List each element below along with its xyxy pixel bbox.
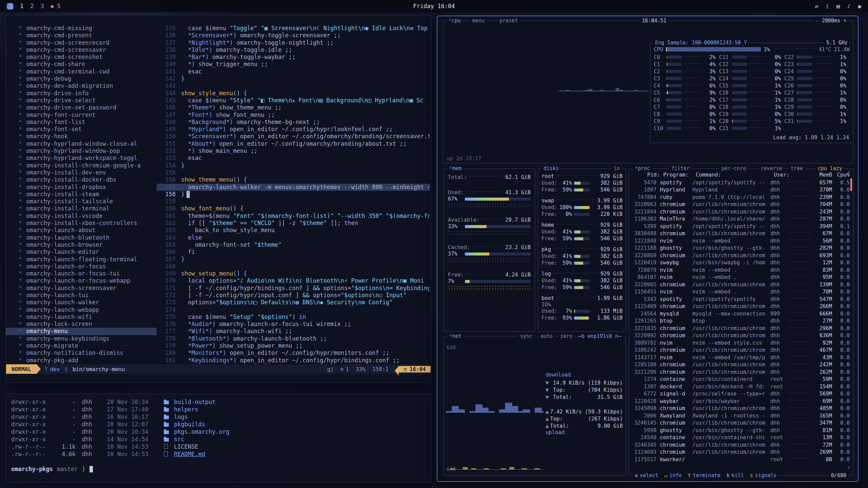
- code-line[interactable]: 140 *) show_trigger_menu ;;: [157, 61, 430, 68]
- code-line[interactable]: 181 *Keybindings*) open_in_editor ~/.con…: [157, 357, 430, 364]
- volume-icon[interactable]: ♪: [847, 3, 851, 9]
- file-list-item[interactable]: *omarchy-launch-screensaver: [6, 285, 157, 292]
- process-table[interactable]: 5470 spotify /opt/spotify/spotify -- dhh…: [629, 179, 853, 464]
- file-list-item[interactable]: *omarchy-cmd-terminal-cwd: [6, 68, 157, 75]
- file-list-item[interactable]: *omarchy-pkg-add: [6, 357, 157, 364]
- code-line[interactable]: 152 *) show_main_menu ;;: [157, 147, 430, 155]
- process-row[interactable]: 24564 mysqld mysqld --max-connection 999…: [629, 310, 853, 318]
- code-line[interactable]: 157 omarchy-launch-walker -m menus:omarc…: [157, 184, 430, 191]
- code-line[interactable]: 138 *Idle*) omarchy-toggle-idle ;;: [157, 46, 430, 54]
- file-list-item[interactable]: *omarchy-launch-walker: [6, 299, 157, 306]
- file-list-item[interactable]: *omarchy-install-tailscale: [6, 198, 157, 205]
- file-list-item[interactable]: *omarchy-font-current: [6, 111, 157, 119]
- code-line[interactable]: 171 [ -f ~/.config/hypr/bindings.conf ] …: [157, 285, 430, 292]
- process-row[interactable]: 1274 containe /usr/bin/containerd root 5…: [629, 376, 853, 383]
- memory-column-header[interactable]: MemB: [813, 172, 832, 178]
- cpu-panel-tab[interactable]: ¹cpu: [447, 17, 463, 24]
- process-row[interactable]: 1175517 kworker/ root 0B 0.0: [629, 456, 853, 463]
- file-list-item[interactable]: *omarchy-launch-editor: [6, 248, 157, 256]
- process-row[interactable]: 5998 ghostty /usr/bin/ghostty --gtk- dhh…: [629, 427, 853, 434]
- process-row[interactable]: 6772 signal-d /proc/self/exe --type=r dh…: [629, 390, 853, 398]
- file-list-item[interactable]: *omarchy-install-steam: [6, 191, 157, 198]
- code-line[interactable]: 162 if [[ "$theme" == "CNCLD" || -z "$th…: [157, 220, 430, 227]
- process-row[interactable]: 1143717 nvim nvim --embed /var/tmp/p dhh…: [629, 354, 853, 361]
- process-row[interactable]: 3830408 chromium /usr/lib/chromium/chrom…: [629, 230, 853, 238]
- process-row[interactable]: 1897 Hyprland Hyprland dhh 370M 0.0: [629, 186, 853, 194]
- code-line[interactable]: 177 *Wifi*) omarchy-launch-wifi ;;: [157, 328, 430, 335]
- process-row[interactable]: 1220419 swaybg /usr/bin/swaybg -i /hom d…: [629, 259, 853, 267]
- process-row[interactable]: 3246345 chromium /usr/lib/chromium/chrom…: [629, 441, 853, 449]
- code-line[interactable]: 158}: [157, 191, 430, 198]
- workspace-count[interactable]: 5: [57, 3, 60, 9]
- file-list-item[interactable]: *omarchy-drive-set-password: [6, 104, 157, 111]
- file-list-item[interactable]: *omarchy-font-set: [6, 126, 157, 133]
- process-row[interactable]: 3221044 chromium /usr/lib/chromium/chrom…: [629, 208, 853, 216]
- process-row[interactable]: 3386242 chromium /usr/lib/chromium/chrom…: [629, 347, 853, 354]
- process-row[interactable]: 3220992 chromium /usr/lib/chromium/chrom…: [629, 332, 853, 340]
- workspace-button[interactable]: 2: [30, 3, 34, 9]
- process-row[interactable]: 5470 spotify /opt/spotify/spotify -- dhh…: [629, 179, 853, 186]
- code-line[interactable]: 178 *Bluetooth*) omarchy-launch-bluetoot…: [157, 335, 430, 342]
- file-list-item[interactable]: *omarchy-debug: [6, 75, 157, 82]
- io-toggle-button[interactable]: io: [612, 165, 622, 172]
- code-line[interactable]: 145 case $(menu "Style" "◧ Theme\nᴀ Font…: [157, 97, 430, 104]
- code-line[interactable]: 169show_setup_menu() {: [157, 270, 430, 277]
- net-interface-selector[interactable]: ←b enp191s0 n→: [576, 333, 623, 340]
- file-list-item[interactable]: *omarchy-font-list: [6, 119, 157, 126]
- file-list-item[interactable]: *omarchy-hook: [6, 133, 157, 140]
- process-row[interactable]: 1291265 btop btop dhh 27M 0.0: [629, 318, 853, 325]
- code-line[interactable]: 149 *Hyprland*) open_in_editor ~/.config…: [157, 126, 430, 133]
- process-row[interactable]: 1125409 chromium /usr/lib/chromium/chrom…: [629, 303, 853, 310]
- file-list-item[interactable]: *omarchy-launch-webapp: [6, 306, 157, 313]
- file-list-item[interactable]: *omarchy-lock-screen: [6, 321, 157, 328]
- file-list-item[interactable]: *omarchy-drive-select: [6, 97, 157, 104]
- code-line[interactable]: 147 *Font*) show_font_menu ;;: [157, 111, 430, 119]
- shell-prompt[interactable]: omarchy-pkgs master ): [11, 465, 426, 473]
- code-line[interactable]: 168: [157, 263, 430, 270]
- file-list-item[interactable]: *omarchy-launch-bluetooth: [6, 234, 157, 241]
- file-list-item[interactable]: *omarchy-notification-dismiss: [6, 349, 157, 357]
- file-list-item[interactable]: *omarchy-cmd-screenrecord: [6, 39, 157, 46]
- code-line[interactable]: 150 *Screensaver*) open_in_editor ~/.con…: [157, 133, 430, 140]
- file-list-item[interactable]: *omarchy-install-docker-dbs: [6, 176, 157, 183]
- code-line[interactable]: 144show_style_menu() {: [157, 90, 430, 97]
- process-row[interactable]: 1186302 MainThre /home/dhh/.local/share/…: [629, 216, 853, 223]
- program-column-header[interactable]: Program:: [663, 172, 696, 178]
- scroll-down-indicator[interactable]: ↓: [848, 464, 850, 470]
- process-row[interactable]: 2006 Xwayland Xwayland :1 -rootless - dh…: [629, 412, 853, 420]
- file-list-item[interactable]: *omarchy-launch-or-focus-webapp: [6, 277, 157, 284]
- file-list-item[interactable]: *omarchy-launch-browser: [6, 241, 157, 248]
- process-row[interactable]: 1156451 nvim nvim --embed . dhh 70M 0.0: [629, 288, 853, 296]
- process-row[interactable]: 1221848 nvim nvim --embed dhh 56M 0.0: [629, 237, 853, 245]
- process-row[interactable]: 3220963 chromium /usr/lib/chromium/chrom…: [629, 201, 853, 208]
- file-list-item[interactable]: *omarchy-cmd-missing: [6, 25, 157, 32]
- arrows-icon[interactable]: ⇄: [815, 3, 818, 9]
- file-list-item[interactable]: *omarchy-menu: [6, 328, 157, 335]
- code-line[interactable]: 153 esac: [157, 155, 430, 162]
- code-line[interactable]: 148 *Background*) omarchy-theme-bg-next …: [157, 119, 430, 126]
- file-list-item[interactable]: *omarchy-install-chromium-google-a: [6, 162, 157, 169]
- file-list-item[interactable]: *omarchy-install-xbox-controllers: [6, 220, 157, 227]
- code-line[interactable]: 174: [157, 306, 430, 313]
- process-action-button[interactable]: k kill: [727, 472, 744, 479]
- process-row[interactable]: 24540 containe /usr/bin/containerd-shi r…: [629, 434, 853, 442]
- code-line[interactable]: 170 local options="♪ Audio\n≋ Wifi\nᛒ Bl…: [157, 277, 430, 284]
- process-action-button[interactable]: t terminate: [688, 472, 720, 479]
- code-line[interactable]: 167}: [157, 256, 430, 263]
- power-icon[interactable]: ◉: [858, 3, 861, 9]
- process-scrollbar-thumb[interactable]: [850, 178, 852, 191]
- code-line[interactable]: 151 *About*) open_in_editor ~/.config/om…: [157, 140, 430, 147]
- code-line[interactable]: 139 *Bar*) omarchy-toggle-waybar ;;: [157, 54, 430, 61]
- file-list-item[interactable]: *omarchy-cmd-screensaver: [6, 46, 157, 54]
- scroll-up-indicator[interactable]: ↑: [848, 169, 850, 175]
- process-row[interactable]: 747804 ruby puma 7.1.0 (tcp://local dhh …: [629, 194, 853, 201]
- network-panel-tab[interactable]: ³net: [447, 333, 463, 340]
- sort-mode-label[interactable]: cpu lazy: [816, 165, 844, 172]
- disks-panel-tab[interactable]: disks: [541, 165, 561, 172]
- cpu-column-header[interactable]: Cpu%: [832, 172, 850, 178]
- code-line[interactable]: 163 back_to show_style_menu: [157, 227, 430, 234]
- code-line[interactable]: 176 *Audio*) omarchy-launch-or-focus-tui…: [157, 321, 430, 328]
- keyboard-icon[interactable]: ▤: [836, 3, 840, 9]
- workspace-button[interactable]: 3: [41, 3, 44, 9]
- file-list-item[interactable]: *omarchy-cmd-share: [6, 61, 157, 68]
